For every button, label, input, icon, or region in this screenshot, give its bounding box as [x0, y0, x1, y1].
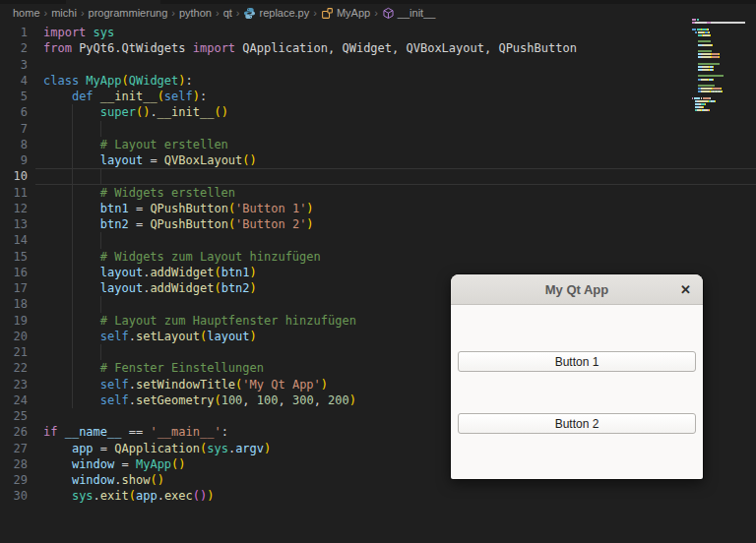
code-token — [43, 378, 100, 392]
code-token: : — [200, 90, 207, 103]
line-number[interactable]: 21 — [0, 344, 28, 360]
line-number[interactable]: 1 — [0, 25, 28, 40]
line-number[interactable]: 12 — [0, 201, 28, 216]
code-token: ) — [207, 489, 214, 503]
code-line[interactable]: 15 # Widgets zum Layout hinzufügen — [0, 249, 756, 265]
breadcrumb-item-qt[interactable]: qt — [223, 7, 232, 19]
code-line-text: import sys — [43, 25, 114, 40]
minimap[interactable] — [692, 19, 751, 117]
code-line[interactable]: 14 — [0, 232, 756, 248]
minimap-token — [703, 53, 711, 55]
code-token — [94, 90, 100, 103]
code-token: exec — [164, 489, 193, 503]
code-token — [43, 457, 72, 471]
indent-guide — [100, 296, 101, 312]
code-token: () — [214, 105, 227, 119]
code-line[interactable]: 8 # Layout erstellen — [0, 137, 756, 152]
code-token: : — [186, 74, 193, 88]
breadcrumb-item-python[interactable]: python — [179, 7, 212, 19]
code-token — [43, 90, 72, 103]
breadcrumb-item-replace.py[interactable]: replace.py — [243, 7, 309, 20]
line-number[interactable]: 27 — [0, 441, 28, 456]
code-line[interactable]: 2from PyQt6.QtWidgets import QApplicatio… — [0, 40, 756, 56]
code-token: () — [136, 105, 150, 119]
code-line[interactable]: 10 — [0, 168, 756, 184]
breadcrumb-item-programmierung[interactable]: programmierung — [89, 7, 168, 19]
button-2[interactable]: Button 2 — [458, 413, 696, 434]
code-token: class — [43, 74, 79, 88]
code-token: ) — [264, 442, 271, 455]
line-number[interactable]: 8 — [0, 137, 28, 152]
line-number[interactable]: 28 — [0, 456, 28, 472]
code-token: '__main__' — [150, 425, 220, 439]
code-token: app — [136, 489, 158, 503]
minimap-token — [712, 56, 719, 58]
line-number[interactable]: 20 — [0, 329, 28, 344]
line-number[interactable]: 2 — [0, 40, 28, 56]
code-token — [57, 425, 64, 439]
line-number[interactable]: 25 — [0, 408, 28, 424]
breadcrumb-item-home[interactable]: home — [13, 7, 40, 19]
code-token: layout — [207, 330, 249, 343]
code-token: if — [43, 425, 57, 439]
breadcrumb-label: qt — [223, 7, 232, 19]
code-token: self — [164, 90, 193, 103]
line-number[interactable]: 7 — [0, 121, 28, 137]
code-token: ) — [193, 90, 200, 103]
line-number[interactable]: 3 — [0, 57, 28, 73]
line-number[interactable]: 6 — [0, 104, 28, 120]
line-number[interactable]: 15 — [0, 249, 28, 265]
line-number[interactable]: 16 — [0, 265, 28, 280]
line-number[interactable]: 4 — [0, 73, 28, 89]
code-line[interactable]: 9 layout = QVBoxLayout() — [0, 152, 756, 168]
line-number[interactable]: 23 — [0, 377, 28, 392]
line-number[interactable]: 26 — [0, 424, 28, 440]
line-number[interactable]: 30 — [0, 488, 28, 504]
breadcrumb-item-michi[interactable]: michi — [51, 7, 77, 19]
indent-guide — [100, 168, 101, 184]
code-line-text: # Layout zum Hauptfenster hinzufügen — [43, 313, 356, 329]
code-token — [86, 26, 93, 39]
line-number[interactable]: 18 — [0, 296, 28, 312]
qt-window-titlebar[interactable]: My Qt App ✕ — [451, 274, 703, 305]
line-number[interactable]: 10 — [0, 168, 28, 184]
code-token: btn2 — [221, 281, 250, 295]
code-token: btn1 — [221, 266, 250, 279]
line-number[interactable]: 17 — [0, 280, 28, 296]
line-number[interactable]: 19 — [0, 313, 28, 329]
breadcrumb-item-myapp[interactable]: MyApp — [321, 7, 370, 20]
code-line[interactable]: 3 — [0, 57, 756, 73]
close-icon[interactable]: ✕ — [680, 283, 691, 296]
code-line[interactable]: 12 btn1 = QPushButton('Button 1') — [0, 201, 756, 216]
code-token: . — [129, 330, 136, 343]
line-number[interactable]: 13 — [0, 216, 28, 232]
line-number[interactable]: 29 — [0, 472, 28, 488]
code-token — [43, 489, 72, 503]
code-token: ) — [250, 330, 257, 343]
code-line-text: window.show() — [43, 472, 164, 488]
breadcrumb: home›michi›programmierung›python›qt›repl… — [0, 4, 756, 22]
code-line[interactable]: 5 def __init__(self): — [0, 89, 756, 104]
code-token: QApplication — [114, 442, 200, 455]
line-number[interactable]: 24 — [0, 392, 28, 408]
code-token: self — [100, 393, 129, 407]
code-line[interactable]: 11 # Widgets erstellen — [0, 185, 756, 201]
minimap-token — [698, 75, 724, 77]
code-line[interactable]: 13 btn2 = QPushButton('Button 2') — [0, 216, 756, 232]
code-token — [43, 266, 100, 279]
minimap-token — [697, 19, 699, 21]
code-line[interactable]: 4class MyApp(QWidget): — [0, 73, 756, 89]
code-line[interactable]: 30 sys.exit(app.exec()) — [0, 488, 756, 504]
code-line-text: class MyApp(QWidget): — [43, 73, 193, 89]
button-1[interactable]: Button 1 — [458, 351, 696, 372]
code-line[interactable]: 7 — [0, 121, 756, 137]
code-line[interactable]: 6 super().__init__() — [0, 104, 756, 120]
line-number[interactable]: 11 — [0, 185, 28, 201]
breadcrumb-item-init[interactable]: __init__ — [382, 7, 436, 20]
line-number[interactable]: 22 — [0, 360, 28, 376]
line-number[interactable]: 9 — [0, 152, 28, 168]
line-number[interactable]: 14 — [0, 232, 28, 248]
line-number[interactable]: 5 — [0, 89, 28, 104]
code-token: def — [72, 90, 94, 103]
code-line[interactable]: 1import sys — [0, 25, 756, 40]
